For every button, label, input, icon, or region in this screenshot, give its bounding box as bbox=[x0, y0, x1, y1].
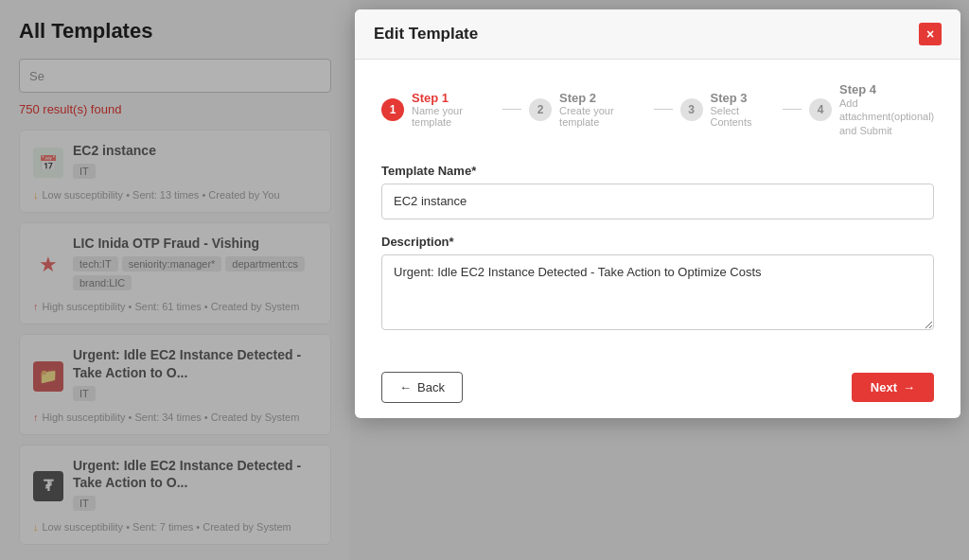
modal-footer: ← Back Next → bbox=[355, 353, 960, 418]
step-2-sublabel: Create your template bbox=[559, 105, 645, 128]
modal-header: Edit Template × bbox=[355, 9, 960, 60]
back-label: Back bbox=[417, 380, 445, 394]
steps-row: 1 Step 1 Name your template 2 Step 2 Cre… bbox=[381, 82, 934, 137]
step-3: 3 Step 3 Select Contents bbox=[680, 91, 775, 128]
step-4-sublabel: Add attachment(optional) and Submit bbox=[839, 96, 934, 137]
step-2-label: Step 2 bbox=[559, 91, 645, 105]
step-1: 1 Step 1 Name your template bbox=[381, 91, 495, 128]
step-3-label: Step 3 bbox=[711, 91, 775, 105]
modal-body: 1 Step 1 Name your template 2 Step 2 Cre… bbox=[355, 60, 960, 353]
step-3-text: Step 3 Select Contents bbox=[711, 91, 775, 128]
edit-template-modal: Edit Template × 1 Step 1 Name your templ… bbox=[355, 9, 960, 418]
template-name-label: Template Name* bbox=[381, 164, 934, 178]
step-2: 2 Step 2 Create your template bbox=[529, 91, 645, 128]
step-3-sublabel: Select Contents bbox=[711, 105, 775, 128]
step-4-label: Step 4 bbox=[839, 82, 934, 96]
back-arrow-icon: ← bbox=[399, 380, 412, 394]
step-2-text: Step 2 Create your template bbox=[559, 91, 645, 128]
next-arrow-icon: → bbox=[903, 380, 915, 394]
step-2-circle: 2 bbox=[529, 98, 552, 121]
step-divider-1 bbox=[502, 109, 521, 110]
step-3-circle: 3 bbox=[680, 98, 703, 121]
template-name-input[interactable] bbox=[381, 184, 934, 219]
step-1-label: Step 1 bbox=[412, 91, 495, 105]
step-4-text: Step 4 Add attachment(optional) and Subm… bbox=[839, 82, 934, 137]
step-4-circle: 4 bbox=[809, 98, 832, 121]
back-button[interactable]: ← Back bbox=[381, 372, 463, 403]
step-1-text: Step 1 Name your template bbox=[412, 91, 495, 128]
step-divider-2 bbox=[654, 109, 673, 110]
next-button[interactable]: Next → bbox=[852, 373, 934, 402]
step-divider-3 bbox=[783, 109, 802, 110]
description-textarea[interactable]: Urgent: Idle EC2 Instance Detected - Tak… bbox=[381, 254, 934, 330]
step-1-circle: 1 bbox=[381, 98, 404, 121]
description-label: Description* bbox=[381, 235, 934, 249]
next-label: Next bbox=[871, 380, 897, 394]
modal-title: Edit Template bbox=[374, 25, 478, 44]
step-4: 4 Step 4 Add attachment(optional) and Su… bbox=[809, 82, 934, 137]
close-button[interactable]: × bbox=[919, 23, 942, 45]
step-1-sublabel: Name your template bbox=[412, 105, 495, 128]
